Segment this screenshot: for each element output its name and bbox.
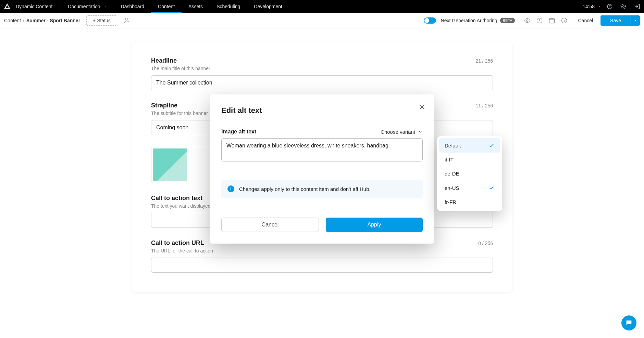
breadcrumb-item: Summer - Sport Banner xyxy=(26,18,80,23)
app-brand: Dynamic Content xyxy=(16,0,61,13)
chat-fab[interactable] xyxy=(621,315,636,330)
strapline-label: Strapline xyxy=(151,102,177,109)
choose-variant-button[interactable]: Choose variant xyxy=(381,129,423,135)
schedule-button[interactable] xyxy=(546,17,558,24)
nav-scheduling[interactable]: Scheduling xyxy=(210,0,247,13)
nav-assets-label: Assets xyxy=(188,4,203,9)
nav-documentation[interactable]: Documentation xyxy=(61,0,114,13)
chevron-down-icon xyxy=(418,129,423,134)
modal-info-text: Changes apply only to this content item … xyxy=(239,185,371,193)
cta-url-input[interactable] xyxy=(151,258,493,273)
modal-title: Edit alt text xyxy=(221,106,423,115)
caret-down-icon xyxy=(597,4,602,9)
strapline-counter: 11 / 256 xyxy=(475,103,493,108)
modal-close-button[interactable] xyxy=(417,102,427,113)
svg-point-2 xyxy=(126,18,128,20)
headline-label: Headline xyxy=(151,57,177,64)
image-alt-text-input[interactable]: Woman wearing a blue sleeveless dress, w… xyxy=(221,138,423,161)
ng-authoring-label: Next Generation Authoring xyxy=(441,18,497,23)
edit-alt-text-modal: Edit alt text Image alt text Choose vari… xyxy=(210,94,434,244)
caret-down-icon xyxy=(633,18,637,23)
headline-input[interactable] xyxy=(151,75,493,90)
save-options-button[interactable] xyxy=(631,15,640,26)
calendar-icon xyxy=(548,17,555,24)
info-icon: i xyxy=(227,185,234,192)
nav-dashboard-label: Dashboard xyxy=(121,4,145,9)
nav-content-label: Content xyxy=(158,4,175,9)
cancel-link[interactable]: Cancel xyxy=(570,18,600,23)
svg-rect-4 xyxy=(549,18,555,23)
save-button[interactable]: Save xyxy=(600,15,631,26)
caret-down-icon xyxy=(285,4,289,9)
gear-icon xyxy=(620,3,627,10)
eye-icon xyxy=(524,17,531,24)
topbar-time[interactable]: 14:58 xyxy=(576,0,603,13)
breadcrumb-root[interactable]: Content xyxy=(4,18,21,23)
nav-scheduling-label: Scheduling xyxy=(216,4,240,9)
toggle-knob xyxy=(424,18,429,23)
add-status-button[interactable]: + Status xyxy=(86,15,117,26)
info-icon xyxy=(561,17,568,24)
nav-content[interactable]: Content xyxy=(151,0,182,13)
cta-text-label: Call to action text xyxy=(151,195,202,202)
topbar-time-label: 14:58 xyxy=(583,4,595,9)
modal-info-banner: i Changes apply only to this content ite… xyxy=(221,180,423,198)
user-icon xyxy=(123,17,130,24)
svg-point-1 xyxy=(623,6,624,8)
cta-url-label: Call to action URL xyxy=(151,239,204,247)
cta-url-hint: The URL for the call to action xyxy=(151,248,493,254)
info-button[interactable] xyxy=(558,17,570,24)
nav-documentation-label: Documentation xyxy=(68,4,100,9)
choose-variant-label: Choose variant xyxy=(381,129,415,135)
chat-icon xyxy=(625,319,633,327)
topbar: Dynamic Content Documentation Dashboard … xyxy=(0,0,644,13)
caret-down-icon xyxy=(103,4,107,9)
field-cta-url: Call to action URL 0 / 256 The URL for t… xyxy=(151,239,493,273)
nav-development[interactable]: Development xyxy=(247,0,296,13)
preview-button[interactable] xyxy=(521,17,533,24)
breadcrumb-separator: / xyxy=(21,18,26,23)
amplience-logo-icon xyxy=(3,3,11,10)
nav-development-label: Development xyxy=(254,4,282,9)
settings-button[interactable] xyxy=(617,0,630,13)
logout-button[interactable] xyxy=(630,0,644,13)
app-logo xyxy=(3,3,11,10)
svg-point-3 xyxy=(527,20,528,22)
nav-dashboard[interactable]: Dashboard xyxy=(114,0,151,13)
topbar-right: 14:58 xyxy=(576,0,644,13)
assignee-button[interactable] xyxy=(123,17,130,25)
cta-text-counter: 0 / 256 xyxy=(478,196,493,201)
logout-icon xyxy=(634,3,640,10)
headline-hint: The main title of this banner xyxy=(151,66,493,71)
modal-apply-button[interactable]: Apply xyxy=(326,218,423,232)
subbar: Content / Summer - Sport Banner + Status… xyxy=(0,13,644,28)
help-icon xyxy=(607,3,613,10)
image-thumbnail xyxy=(153,148,187,181)
help-button[interactable] xyxy=(603,0,617,13)
field-headline: Headline 21 / 256 The main title of this… xyxy=(151,57,493,90)
ng-authoring-toggle[interactable] xyxy=(424,17,436,24)
history-icon xyxy=(536,17,543,24)
beta-badge: BETA xyxy=(500,18,515,23)
image-alt-text-label: Image alt text xyxy=(221,129,256,135)
close-icon xyxy=(419,103,425,110)
modal-cancel-button[interactable]: Cancel xyxy=(221,218,319,232)
cta-url-counter: 0 / 256 xyxy=(478,240,493,246)
nav-assets[interactable]: Assets xyxy=(182,0,210,13)
headline-counter: 21 / 256 xyxy=(475,58,493,64)
history-button[interactable] xyxy=(533,17,546,24)
